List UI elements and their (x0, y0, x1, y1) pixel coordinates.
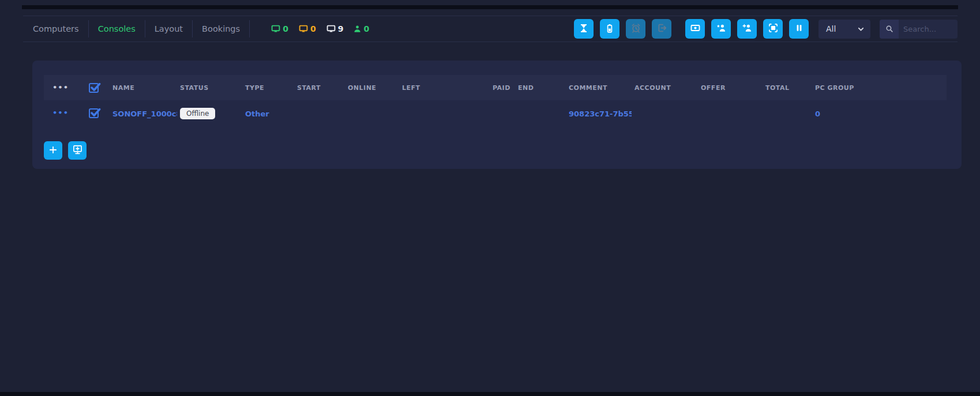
counter-value: 0 (310, 24, 316, 33)
app-window: Computers Consoles Layout Bookings 0 0 (0, 0, 980, 396)
status-counters: 0 0 9 0 (271, 24, 369, 33)
monitor-icon (271, 24, 281, 33)
table-header-row: ••• NAME STATUS TYPE START ONLINE LEFT P… (44, 75, 947, 100)
person-icon (353, 25, 362, 33)
tab-bookings[interactable]: Bookings (202, 24, 240, 33)
user-star-icon (716, 23, 726, 35)
filter-selected-value: All (826, 24, 836, 33)
status-cell: Offline (177, 107, 242, 119)
alarm-clock-icon (631, 23, 641, 35)
hourglass-button[interactable] (574, 19, 594, 39)
add-console-button[interactable] (68, 141, 87, 160)
status-badge: Offline (180, 108, 215, 119)
nav-divider (192, 20, 193, 37)
panel-action-buttons (44, 141, 962, 160)
screenshot-button[interactable] (763, 19, 783, 39)
action-toolbar: All (568, 19, 958, 39)
battery-button[interactable] (600, 19, 619, 39)
pc-group-link[interactable]: 0 (815, 110, 820, 118)
sign-out-button[interactable] (652, 19, 671, 39)
nav-divider (88, 20, 89, 37)
money-button[interactable] (685, 19, 705, 39)
comment-text[interactable]: 90823c71-7b55-4… (569, 110, 632, 118)
money-icon (690, 23, 700, 35)
type-cell: Other (242, 108, 294, 119)
column-header-pc-group[interactable]: PC GROUP (812, 84, 947, 92)
table-row: ••• SONOFF_1000c81… Offline Other 90823c… (44, 100, 947, 126)
chevron-down-icon (857, 25, 865, 33)
console-name-text[interactable]: SONOFF_1000c81… (112, 110, 177, 118)
ellipsis-icon: ••• (52, 110, 69, 116)
battery-icon (605, 24, 614, 35)
column-header-account[interactable]: ACCOUNT (632, 84, 698, 92)
tab-consoles[interactable]: Consoles (98, 24, 136, 33)
column-header-name[interactable]: NAME (110, 84, 177, 92)
row-options-menu[interactable]: ••• (44, 110, 77, 116)
top-divider-bar (22, 5, 958, 9)
hourglass-icon (579, 24, 588, 35)
column-header-total[interactable]: TOTAL (763, 84, 812, 92)
select-all-checkbox[interactable] (77, 83, 110, 93)
header-options-menu[interactable]: ••• (44, 85, 77, 90)
search-box (880, 20, 958, 39)
tab-computers[interactable]: Computers (33, 24, 79, 33)
top-navbar: Computers Consoles Layout Bookings 0 0 (23, 16, 958, 42)
counter-offline: 9 (326, 24, 344, 33)
add-button[interactable] (44, 141, 62, 160)
search-icon (880, 20, 899, 39)
alarm-button[interactable] (626, 19, 645, 39)
column-header-end[interactable]: END (515, 84, 566, 92)
counter-online: 0 (271, 24, 288, 33)
column-header-online[interactable]: ONLINE (345, 84, 399, 92)
column-header-start[interactable]: START (294, 84, 345, 92)
add-user-star-button[interactable] (711, 19, 731, 39)
counter-value: 9 (338, 24, 344, 33)
checkbox-checked-icon (89, 83, 99, 93)
column-header-comment[interactable]: COMMENT (566, 84, 632, 92)
counter-value: 0 (363, 24, 369, 33)
sign-out-icon (657, 23, 667, 35)
consoles-table: ••• NAME STATUS TYPE START ONLINE LEFT P… (44, 75, 947, 126)
monitor-plus-icon (73, 145, 82, 156)
column-header-status[interactable]: STATUS (177, 84, 242, 92)
pause-button[interactable] (789, 19, 809, 39)
consoles-panel: ••• NAME STATUS TYPE START ONLINE LEFT P… (32, 61, 962, 169)
filter-select[interactable]: All (818, 20, 870, 39)
nav-divider (145, 20, 145, 37)
checkbox-checked-icon (89, 108, 99, 118)
console-name-link[interactable]: SONOFF_1000c81… (110, 108, 177, 119)
column-header-left[interactable]: LEFT (399, 84, 490, 92)
counter-users: 0 (353, 24, 369, 33)
pause-icon (795, 24, 803, 34)
row-checkbox[interactable] (77, 108, 110, 118)
plus-icon (48, 145, 58, 156)
type-text: Other (245, 110, 269, 118)
search-input[interactable] (899, 20, 958, 39)
user-plus-icon (742, 23, 752, 35)
add-user-button[interactable] (737, 19, 757, 39)
counter-warning: 0 (298, 24, 316, 33)
image-scan-icon (768, 23, 778, 35)
monitor-icon (326, 24, 336, 33)
counter-value: 0 (283, 24, 288, 33)
nav-divider (249, 20, 250, 37)
column-header-type[interactable]: TYPE (242, 84, 294, 92)
bottom-divider-bar (0, 392, 980, 396)
comment-cell: 90823c71-7b55-4… (566, 108, 632, 119)
ellipsis-icon: ••• (52, 85, 69, 90)
pc-group-cell: 0 (812, 108, 947, 119)
monitor-icon (298, 24, 309, 33)
tab-layout[interactable]: Layout (155, 24, 183, 33)
column-header-paid[interactable]: PAID (490, 84, 515, 92)
column-header-offer[interactable]: OFFER (698, 84, 763, 92)
